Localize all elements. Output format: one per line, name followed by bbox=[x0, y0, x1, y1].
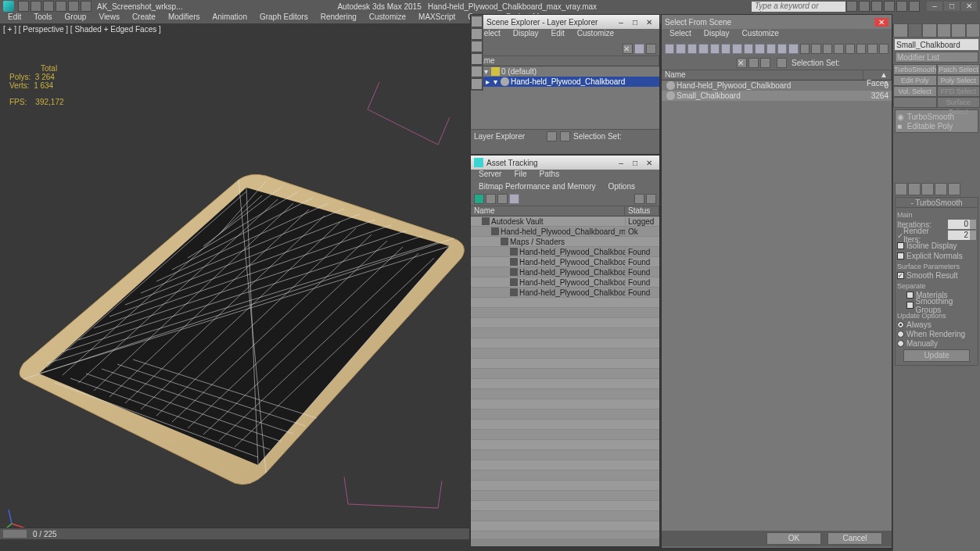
sfs-t19-icon[interactable] bbox=[867, 44, 877, 54]
sfs-t7-icon[interactable] bbox=[732, 44, 741, 54]
tab-hierarchy-icon[interactable] bbox=[922, 23, 937, 38]
sfs-t3-icon[interactable] bbox=[687, 44, 697, 54]
at-row[interactable] bbox=[471, 410, 659, 420]
at-menu-server[interactable]: Server bbox=[474, 170, 506, 179]
sfs-b3-icon[interactable] bbox=[760, 58, 770, 68]
at-maximize-button[interactable]: □ bbox=[628, 159, 642, 167]
open-icon[interactable] bbox=[31, 1, 41, 12]
at-row[interactable] bbox=[471, 531, 659, 538]
tab-utilities-icon[interactable] bbox=[966, 23, 981, 38]
sfs-menu-display[interactable]: Display bbox=[699, 29, 734, 41]
sfs-cancel-button[interactable]: Cancel bbox=[827, 532, 882, 545]
sfs-menu-select[interactable]: Select bbox=[665, 29, 696, 41]
at-row[interactable] bbox=[471, 349, 659, 359]
at-row[interactable] bbox=[471, 389, 659, 399]
at-row[interactable] bbox=[471, 470, 659, 481]
menu-rendering[interactable]: Rendering bbox=[316, 13, 361, 23]
info-icon[interactable] bbox=[896, 1, 907, 12]
at-tb5-icon[interactable] bbox=[634, 194, 644, 204]
sfs-menu-customize[interactable]: Customize bbox=[738, 29, 784, 41]
se-menu-display[interactable]: Display bbox=[508, 29, 544, 41]
at-row[interactable] bbox=[471, 420, 659, 430]
se-tree[interactable]: ▸▾0 (default) ▸▾Hand-held_Plywood_Chalkb… bbox=[471, 66, 659, 129]
menu-maxscript[interactable]: MAXScript bbox=[414, 13, 460, 23]
sel-polyselect[interactable]: Poly Select bbox=[937, 75, 981, 86]
se-menu-edit[interactable]: Edit bbox=[547, 29, 569, 41]
at-close-button[interactable]: ✕ bbox=[642, 159, 656, 167]
at-menu-paths[interactable]: Paths bbox=[535, 170, 565, 179]
menu-views[interactable]: Views bbox=[94, 13, 124, 23]
at-row[interactable] bbox=[471, 399, 659, 410]
sfs-t12-icon[interactable] bbox=[788, 44, 798, 54]
smooth-result-checkbox[interactable]: ✓ bbox=[897, 272, 904, 279]
at-minimize-button[interactable]: – bbox=[614, 159, 628, 167]
at-row[interactable] bbox=[471, 359, 659, 369]
spinner-icon[interactable] bbox=[970, 220, 976, 229]
time-slider[interactable] bbox=[3, 530, 27, 538]
at-row[interactable] bbox=[471, 521, 659, 531]
timeline[interactable]: 0 / 225 bbox=[0, 528, 469, 539]
se-side1-icon[interactable] bbox=[471, 16, 483, 27]
sfs-t4-icon[interactable] bbox=[698, 44, 708, 54]
tab-modify-icon[interactable] bbox=[908, 23, 923, 38]
save-icon[interactable] bbox=[43, 1, 54, 12]
menu-customize[interactable]: Customize bbox=[364, 13, 411, 23]
at-row[interactable] bbox=[471, 308, 659, 318]
menu-animation[interactable]: Animation bbox=[207, 13, 251, 23]
sel-turbosmooth[interactable]: TurboSmooth bbox=[893, 64, 937, 75]
sfs-t17-icon[interactable] bbox=[845, 44, 855, 54]
tab-display-icon[interactable] bbox=[951, 23, 966, 38]
manually-radio[interactable] bbox=[897, 340, 904, 347]
sfs-t1-icon[interactable] bbox=[665, 44, 674, 54]
at-titlebar[interactable]: Asset Tracking – □ ✕ bbox=[471, 156, 659, 170]
at-row[interactable] bbox=[471, 460, 659, 470]
tab-create-icon[interactable] bbox=[893, 23, 908, 38]
iterations-field[interactable]: 0 bbox=[948, 220, 970, 229]
menu-create[interactable]: Create bbox=[127, 13, 160, 23]
at-row[interactable]: Hand-held_Plywood_Chalkboard_max_vray.ma… bbox=[471, 227, 659, 237]
always-radio[interactable] bbox=[897, 321, 904, 328]
se-explorer-dropdown[interactable]: Layer Explorer bbox=[474, 132, 525, 141]
at-row[interactable] bbox=[471, 511, 659, 521]
redo-icon[interactable] bbox=[68, 1, 79, 12]
sfs-t2-icon[interactable] bbox=[676, 44, 685, 54]
sel-editpoly[interactable]: Edit Poly bbox=[893, 75, 937, 86]
smoothgroups-checkbox[interactable] bbox=[906, 302, 914, 309]
config-icon[interactable] bbox=[948, 183, 960, 195]
rollup-header[interactable]: - TurboSmooth bbox=[896, 198, 978, 208]
se-bottom1-icon[interactable] bbox=[547, 131, 557, 141]
se-minimize-button[interactable]: – bbox=[614, 18, 628, 27]
sfs-b2-icon[interactable] bbox=[748, 58, 759, 68]
link-icon[interactable] bbox=[81, 1, 92, 12]
at-tb3-icon[interactable] bbox=[497, 194, 508, 204]
sfs-t10-icon[interactable] bbox=[766, 44, 776, 54]
render-iters-field[interactable]: 2 bbox=[948, 231, 970, 240]
undo-icon[interactable] bbox=[56, 1, 66, 12]
at-row[interactable]: Hand-held_Plywood_Chalkboard_Normal...Fo… bbox=[471, 277, 659, 288]
at-row[interactable] bbox=[471, 440, 659, 450]
at-row[interactable]: Hand-held_Plywood_Chalkboard_Diffuse...F… bbox=[471, 247, 659, 257]
se-row-default[interactable]: ▸▾0 (default) bbox=[471, 66, 659, 77]
materials-checkbox[interactable] bbox=[906, 292, 914, 299]
sel-volselect[interactable]: Vol. Select bbox=[893, 86, 937, 97]
at-menu-bitmap[interactable]: Bitmap Performance and Memory bbox=[474, 182, 601, 191]
at-row[interactable]: Hand-held_Plywood_Chalkboard_Fresnel...F… bbox=[471, 257, 659, 267]
workspace-dropdown[interactable]: AK_Screenshot_wrksp... bbox=[97, 2, 183, 11]
sel-patchselect[interactable]: Patch Select bbox=[937, 64, 980, 75]
at-row[interactable] bbox=[471, 501, 659, 511]
signin-icon[interactable] bbox=[859, 1, 870, 12]
sfs-t16-icon[interactable] bbox=[834, 44, 843, 54]
at-row[interactable] bbox=[471, 481, 659, 491]
sfs-t15-icon[interactable] bbox=[823, 44, 832, 54]
remove-icon[interactable] bbox=[935, 183, 947, 195]
viewport[interactable]: [ + ] [ Perspective ] [ Shaded + Edged F… bbox=[0, 23, 469, 539]
at-tb4-icon[interactable] bbox=[509, 194, 519, 204]
search-input[interactable]: Type a keyword or phrase bbox=[752, 2, 845, 12]
at-row[interactable]: Hand-held_Plywood_Chalkboard_Glossin...F… bbox=[471, 267, 659, 277]
close-button[interactable]: ✕ bbox=[961, 2, 977, 11]
se-menu-customize[interactable]: Customize bbox=[573, 29, 619, 41]
object-name-field[interactable]: Small_Chalkboard bbox=[895, 39, 978, 50]
unique-icon[interactable] bbox=[921, 183, 934, 195]
se-side5-icon[interactable] bbox=[471, 66, 483, 77]
spinner-icon[interactable] bbox=[970, 231, 976, 240]
